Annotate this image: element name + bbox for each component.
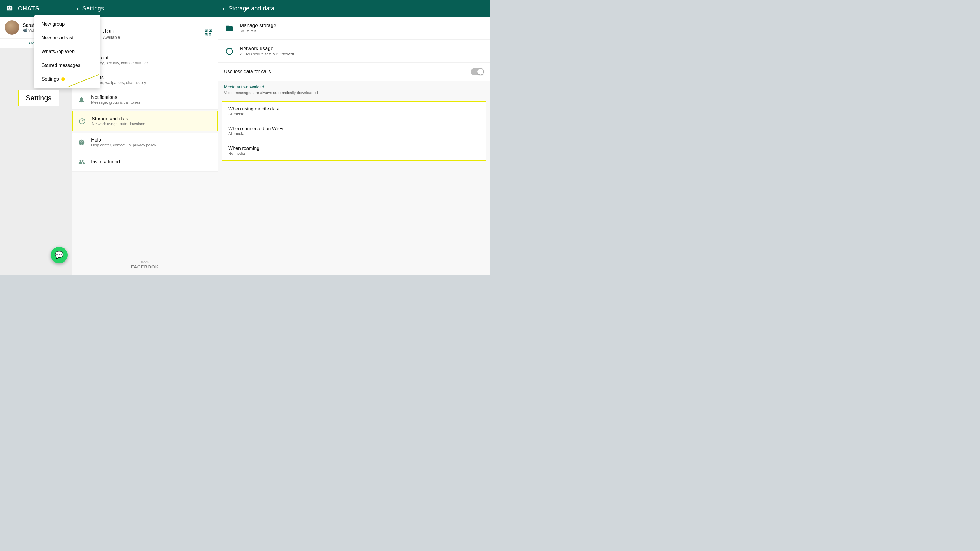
facebook-footer: from FACEBOOK — [72, 254, 218, 275]
svg-point-3 — [226, 48, 233, 55]
from-label: from — [78, 260, 212, 264]
profile-info: Jon Available — [103, 27, 199, 40]
storage-list: Manage storage 361.5 MB Network usage 2.… — [218, 17, 490, 275]
mobile-data-subtitle: All media — [228, 112, 480, 116]
use-less-data-toggle[interactable] — [471, 68, 484, 75]
settings-panel-header: ‹ Settings — [72, 0, 218, 17]
facebook-brand: FACEBOOK — [78, 264, 212, 269]
help-icon — [77, 138, 86, 147]
manage-storage-item[interactable]: Manage storage 361.5 MB — [218, 17, 490, 40]
compose-icon: 💬 — [55, 251, 64, 259]
camera-icon[interactable] — [5, 3, 14, 13]
sarah-avatar — [5, 20, 19, 35]
video-camera-icon: 📹 — [23, 28, 27, 32]
dropdown-menu: New group New broadcast WhatsApp Web Sta… — [34, 15, 100, 88]
right-panel: ‹ Storage and data Manage storage 361.5 … — [218, 0, 490, 275]
help-subtitle: Help center, contact us, privacy policy — [91, 143, 213, 147]
settings-panel-title: Settings — [83, 5, 104, 12]
use-less-data-row[interactable]: Use less data for calls — [218, 63, 490, 81]
chats-settings-title: Chats — [91, 75, 213, 80]
storage-back-button[interactable]: ‹ — [223, 5, 225, 12]
left-panel: CHATS Sarah 📹 Video Archived New group N… — [0, 0, 72, 275]
settings-notifications-item[interactable]: Notifications Message, group & call tone… — [72, 90, 218, 110]
network-usage-stats: 2.1 MB sent • 32.5 MB received — [240, 52, 484, 56]
network-usage-item[interactable]: Network usage 2.1 MB sent • 32.5 MB rece… — [218, 40, 490, 63]
settings-invite-item[interactable]: Invite a friend — [72, 152, 218, 172]
roaming-subtitle: No media — [228, 151, 480, 156]
compose-fab-button[interactable]: 💬 — [51, 247, 67, 264]
qr-code-icon[interactable] — [204, 28, 213, 40]
storage-panel-title: Storage and data — [229, 5, 274, 12]
notifications-title: Notifications — [91, 95, 213, 100]
mobile-data-title: When using mobile data — [228, 106, 480, 112]
wifi-title: When connected on Wi-Fi — [228, 126, 480, 132]
dropdown-new-group[interactable]: New group — [34, 17, 100, 31]
roaming-title: When roaming — [228, 146, 480, 151]
manage-storage-size: 361.5 MB — [240, 29, 484, 33]
media-auto-header: Media auto-download — [218, 81, 490, 91]
dropdown-starred-messages[interactable]: Starred messages — [34, 59, 100, 72]
notifications-icon — [77, 95, 86, 105]
auto-download-box: When using mobile data All media When co… — [222, 101, 487, 161]
account-title: Account — [91, 55, 213, 60]
settings-storage-item[interactable]: Storage and data Network usage, auto-dow… — [72, 111, 218, 132]
folder-icon — [224, 23, 235, 33]
manage-storage-title: Manage storage — [240, 23, 484, 29]
storage-panel-header: ‹ Storage and data — [218, 0, 490, 17]
wifi-subtitle: All media — [228, 132, 480, 136]
use-less-data-label: Use less data for calls — [224, 69, 471, 75]
chats-tab-label: CHATS — [18, 5, 40, 12]
invite-title: Invite a friend — [91, 159, 213, 165]
account-subtitle: Privacy, security, change number — [91, 60, 213, 65]
network-usage-title: Network usage — [240, 46, 484, 52]
profile-status: Available — [103, 35, 199, 40]
dropdown-whatsapp-web[interactable]: WhatsApp Web — [34, 45, 100, 59]
help-title: Help — [91, 137, 213, 143]
storage-title: Storage and data — [92, 116, 212, 122]
dropdown-new-broadcast[interactable]: New broadcast — [34, 31, 100, 45]
settings-notification-dot — [61, 77, 65, 81]
notifications-subtitle: Message, group & call tones — [91, 100, 213, 105]
network-icon — [224, 46, 235, 56]
left-panel-header: CHATS — [0, 0, 72, 17]
storage-icon — [77, 116, 87, 126]
settings-callout-box: Settings — [18, 90, 59, 106]
settings-help-item[interactable]: Help Help center, contact us, privacy po… — [72, 133, 218, 152]
mobile-data-item[interactable]: When using mobile data All media — [222, 102, 486, 121]
media-auto-title: Media auto-download — [224, 84, 484, 89]
wifi-item[interactable]: When connected on Wi-Fi All media — [222, 121, 486, 141]
svg-point-0 — [8, 7, 10, 9]
chats-settings-subtitle: Theme, wallpapers, chat history — [91, 80, 213, 85]
settings-back-button[interactable]: ‹ — [77, 5, 79, 12]
media-auto-subtitle: Voice messages are always automatically … — [218, 91, 490, 98]
invite-icon — [77, 157, 86, 167]
profile-name: Jon — [103, 27, 199, 35]
roaming-item[interactable]: When roaming No media — [222, 141, 486, 160]
dropdown-settings[interactable]: Settings — [34, 72, 100, 86]
storage-subtitle: Network usage, auto-download — [92, 122, 212, 126]
